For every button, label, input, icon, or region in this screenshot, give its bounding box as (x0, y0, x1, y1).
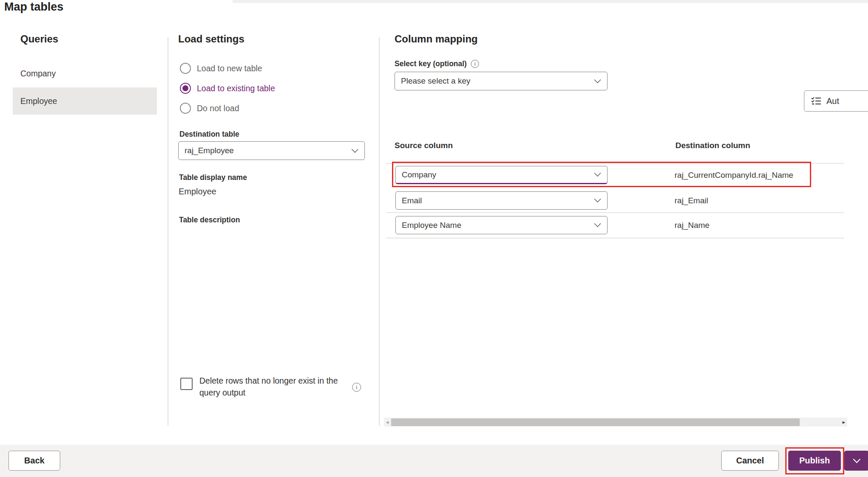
source-column-value: Email (402, 196, 422, 205)
radio-label: Load to existing table (197, 84, 275, 93)
cancel-button[interactable]: Cancel (721, 451, 779, 471)
delete-rows-checkbox[interactable] (180, 378, 193, 390)
table-display-name-value: Employee (179, 187, 216, 196)
radio-circle-icon (180, 63, 191, 74)
destination-table-dropdown[interactable]: raj_Employee (178, 141, 365, 160)
chevron-down-icon (351, 149, 358, 153)
select-key-dropdown[interactable]: Please select a key (395, 72, 608, 90)
chevron-down-icon (594, 223, 601, 227)
column-mapping-heading: Column mapping (395, 33, 478, 45)
auto-map-button[interactable]: Aut (804, 90, 868, 112)
chevron-down-icon (594, 172, 601, 177)
publish-button[interactable]: Publish (788, 451, 841, 471)
scrollbar-thumb[interactable] (391, 418, 800, 426)
panel-divider (168, 37, 168, 426)
destination-column-cell-row3: raj_Name (675, 216, 709, 234)
query-item-company[interactable]: Company (13, 61, 157, 86)
chevron-down-icon (594, 198, 601, 203)
source-column-value: Company (402, 170, 436, 180)
info-icon[interactable]: i (352, 383, 361, 392)
radio-circle-icon (180, 103, 191, 114)
query-item-label: Employee (20, 96, 57, 106)
table-description-label: Table description (179, 216, 240, 224)
source-column-header: Source column (395, 141, 453, 150)
source-column-dropdown-row2[interactable]: Email (395, 191, 608, 210)
chevron-down-icon (594, 79, 601, 84)
select-key-label: Select key (optional) (395, 59, 467, 68)
select-key-value: Please select a key (401, 76, 470, 86)
destination-table-value: raj_Employee (185, 146, 234, 155)
table-display-name-label: Table display name (179, 173, 247, 182)
delete-rows-label: Delete rows that no longer exist in the … (199, 375, 349, 399)
source-column-dropdown-row1[interactable]: Company (395, 166, 608, 184)
source-column-dropdown-row3[interactable]: Employee Name (395, 216, 608, 234)
page-title: Map tables (4, 0, 64, 14)
queries-heading: Queries (20, 33, 58, 45)
window-top-strip (232, 0, 868, 3)
scroll-right-arrow-icon[interactable]: ▸ (840, 418, 847, 426)
horizontal-scrollbar[interactable]: ◂ ▸ (384, 418, 847, 426)
destination-column-header: Destination column (675, 141, 750, 150)
checklist-icon (811, 96, 821, 106)
radio-label: Load to new table (197, 64, 262, 73)
radio-load-to-new-table[interactable]: Load to new table (180, 63, 262, 74)
scroll-left-arrow-icon[interactable]: ◂ (384, 418, 391, 426)
destination-table-label: Destination table (179, 130, 239, 139)
radio-load-to-existing-table[interactable]: Load to existing table (180, 83, 275, 94)
query-item-label: Company (20, 69, 56, 79)
chevron-down-icon (853, 458, 861, 463)
row-separator (386, 163, 844, 164)
row-separator (386, 238, 844, 238)
radio-circle-icon (180, 83, 191, 94)
load-settings-heading: Load settings (178, 33, 244, 45)
source-column-value: Employee Name (402, 221, 461, 230)
destination-column-cell-row2: raj_Email (675, 191, 708, 210)
auto-map-label: Aut (826, 96, 839, 106)
back-button[interactable]: Back (8, 451, 60, 471)
radio-do-not-load[interactable]: Do not load (180, 103, 239, 114)
publish-split-dropdown-button[interactable] (844, 451, 868, 471)
row-separator (386, 212, 844, 213)
radio-label: Do not load (197, 104, 239, 113)
query-item-employee[interactable]: Employee (13, 87, 157, 115)
destination-column-cell-row1: raj_CurrentCompanyId.raj_Name (675, 166, 793, 184)
info-icon[interactable]: i (471, 60, 479, 68)
panel-divider (379, 37, 380, 426)
